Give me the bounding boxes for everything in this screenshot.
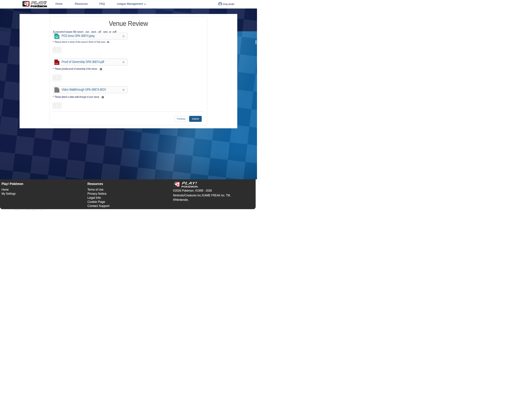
svg-text:™: ™ [198,187,199,188]
svg-text:PLAY!: PLAY! [31,0,47,5]
svg-text:POKÉMON: POKÉMON [181,185,198,188]
svg-text:PLAY!: PLAY! [181,181,198,185]
svg-text:POKÉMON: POKÉMON [31,5,47,8]
svg-text:™: ™ [47,6,48,7]
svg-text:PDF: PDF [55,63,59,65]
